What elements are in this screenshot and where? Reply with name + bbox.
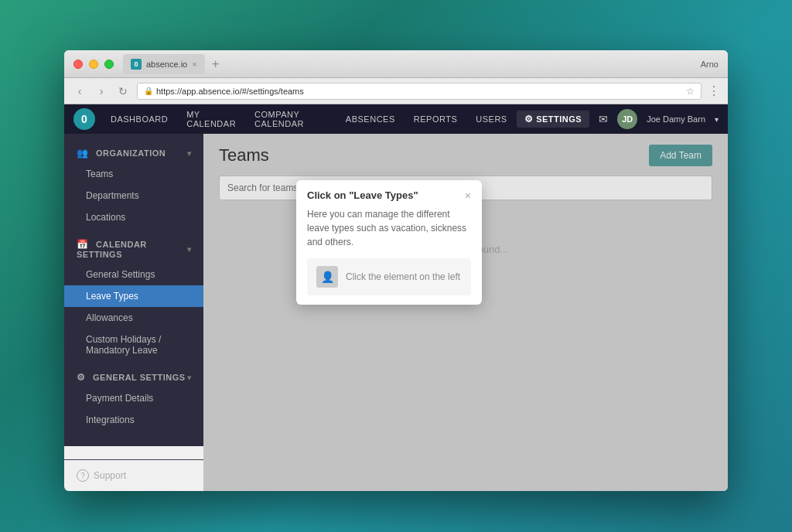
support-icon: ? [77, 469, 89, 482]
nav-item-company-calendar[interactable]: COMPANY CALENDAR [245, 104, 336, 134]
sidebar-item-custom-holidays[interactable]: Custom Holidays / Mandatory Leave [64, 329, 203, 361]
general-chevron-icon: ▾ [187, 373, 192, 382]
sidebar-section-calendar: 📅 Calendar Settings ▾ General Settings L… [64, 234, 203, 361]
sidebar-section-calendar-header[interactable]: 📅 Calendar Settings ▾ [64, 234, 203, 264]
content-area: Teams Add Team No Results found... Click… [203, 134, 728, 491]
close-window-button[interactable] [73, 60, 83, 69]
nav-item-reports[interactable]: REPORTS [405, 104, 466, 134]
bookmark-icon[interactable]: ☆ [686, 86, 695, 97]
url-input[interactable]: 🔒 https://app.absence.io/#/settings/team… [137, 83, 702, 100]
nav-items: DASHBOARD MY CALENDAR COMPANY CALENDAR A… [101, 104, 517, 134]
tooltip-popup: Click on "Leave Types" × Here you can ma… [296, 180, 482, 305]
tab-bar: 0 absence.io × + [123, 54, 701, 74]
tooltip-action: 👤 Click the element on the left [307, 258, 471, 295]
sidebar-item-payment-details[interactable]: Payment Details [64, 387, 203, 409]
settings-button[interactable]: ⚙ SETTINGS [517, 111, 590, 128]
sidebar-item-integrations[interactable]: Integrations [64, 409, 203, 431]
nav-item-absences[interactable]: ABSENCES [336, 104, 405, 134]
sidebar: 👥 Organization ▾ Teams Departments [64, 134, 203, 446]
back-button[interactable]: ‹ [72, 84, 87, 99]
chrome-menu-icon[interactable]: ⋮ [708, 84, 720, 98]
browser-tab[interactable]: 0 absence.io × [123, 54, 205, 74]
maximize-window-button[interactable] [104, 60, 114, 69]
user-avatar: JD [617, 109, 637, 129]
title-bar: 0 absence.io × + Arno [64, 50, 728, 78]
lock-icon: 🔒 [144, 87, 153, 95]
nav-item-my-calendar[interactable]: MY CALENDAR [177, 104, 245, 134]
nav-item-users[interactable]: USERS [466, 104, 516, 134]
main-wrapper: 👥 Organization ▾ Teams Departments [64, 134, 728, 491]
tooltip-body: Here you can manage the different leave … [296, 207, 482, 305]
sidebar-section-organization: 👥 Organization ▾ Teams Departments [64, 143, 203, 228]
general-settings-icon: ⚙ [77, 372, 86, 383]
mail-icon[interactable]: ✉ [599, 113, 608, 125]
refresh-button[interactable]: ↻ [115, 84, 131, 99]
support-button[interactable]: ? Support [64, 459, 203, 491]
url-bar: ‹ › ↻ 🔒 https://app.absence.io/#/setting… [64, 78, 728, 104]
tooltip-close-button[interactable]: × [465, 190, 471, 201]
sidebar-wrapper: 👥 Organization ▾ Teams Departments [64, 134, 203, 491]
sidebar-item-general-settings[interactable]: General Settings [64, 264, 203, 285]
tooltip-action-icon: 👤 [316, 266, 338, 288]
traffic-lights [73, 60, 114, 69]
new-tab-button[interactable]: + [208, 56, 224, 72]
forward-button[interactable]: › [94, 84, 109, 99]
sidebar-item-leave-types[interactable]: Leave Types [64, 285, 203, 307]
sidebar-item-locations[interactable]: Locations [64, 206, 203, 228]
nav-right: ⚙ SETTINGS ✉ JD Joe Damy Barn ▾ [517, 109, 719, 129]
tab-favicon-icon: 0 [131, 59, 142, 70]
sidebar-item-allowances[interactable]: Allowances [64, 307, 203, 329]
sidebar-section-general-header[interactable]: ⚙ General Settings ▾ [64, 367, 203, 387]
minimize-window-button[interactable] [89, 60, 98, 69]
user-menu-chevron[interactable]: ▾ [715, 115, 719, 124]
tooltip-body-text: Here you can manage the different leave … [307, 207, 471, 249]
calendar-chevron-icon: ▾ [187, 245, 192, 254]
org-chevron-icon: ▾ [187, 149, 192, 158]
tooltip-header: Click on "Leave Types" × [296, 180, 482, 207]
chrome-user-name: Arno [701, 60, 719, 69]
mac-window: 0 absence.io × + Arno ‹ › ↻ 🔒 https://ap… [64, 50, 728, 491]
sidebar-item-teams[interactable]: Teams [64, 163, 203, 185]
url-text: https://app.absence.io/#/settings/teams [156, 87, 304, 96]
tooltip-action-text: Click the element on the left [346, 271, 460, 282]
tooltip-title: Click on "Leave Types" [307, 189, 418, 201]
tab-title: absence.io [146, 60, 187, 69]
org-icon: 👥 [77, 148, 89, 159]
sidebar-section-general: ⚙ General Settings ▾ Payment Details Int… [64, 367, 203, 431]
calendar-icon: 📅 [77, 239, 89, 250]
user-name[interactable]: Joe Damy Barn [647, 114, 705, 124]
tab-close-button[interactable]: × [192, 60, 196, 69]
sidebar-section-org-header[interactable]: 👥 Organization ▾ [64, 143, 203, 163]
sidebar-item-departments[interactable]: Departments [64, 185, 203, 206]
app-logo: 0 [73, 108, 95, 130]
nav-item-dashboard[interactable]: DASHBOARD [101, 104, 177, 134]
top-navigation: 0 DASHBOARD MY CALENDAR COMPANY CALENDAR… [64, 104, 728, 134]
